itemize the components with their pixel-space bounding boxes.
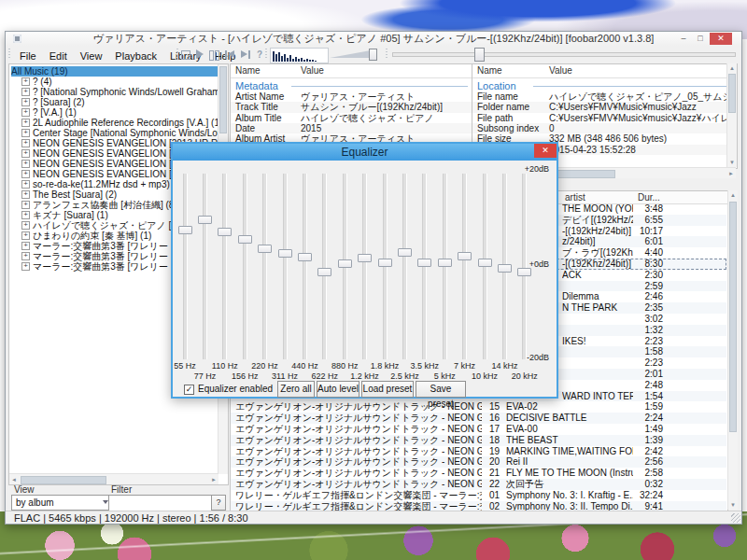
album-list-horizontal-scrollbar[interactable]: ◄ ► — [9, 473, 218, 484]
zero-all-button[interactable]: Zero all — [277, 381, 315, 398]
expand-icon[interactable]: + — [21, 201, 30, 209]
eq-slider-handle[interactable] — [238, 235, 252, 244]
playlist-row[interactable]: エヴァンゲリオン-オリジナルサウンドトラック - NEON GENESIS EV… — [231, 413, 726, 424]
eq-slider-track[interactable] — [243, 174, 247, 359]
location-header[interactable]: Name Value — [472, 64, 737, 78]
expand-icon[interactable]: + — [21, 231, 30, 240]
volume-slider[interactable] — [328, 48, 382, 60]
column-title-artist[interactable]: artist — [565, 191, 585, 203]
playlist-row[interactable]: エヴァンゲリオン-オリジナルサウンドトラック - NEON GENESIS EV… — [231, 401, 726, 413]
tree-item[interactable]: +2L Audiophile Reference Recordings [V.A… — [11, 118, 218, 128]
playlist-row[interactable]: エヴァンゲリオン-オリジナルサウンドトラック - NEON GENESIS EV… — [231, 446, 726, 457]
load-preset-button[interactable]: Load preset — [361, 381, 414, 398]
scroll-up-icon[interactable]: ▲ — [728, 190, 738, 200]
scrollbar-thumb[interactable] — [21, 476, 106, 484]
eq-slider-handle[interactable] — [358, 254, 372, 262]
equalizer-title-bar[interactable]: Equalizer — [173, 144, 557, 161]
eq-slider-handle[interactable] — [198, 216, 212, 224]
expand-icon[interactable]: + — [21, 129, 30, 137]
scroll-left-icon[interactable]: ◄ — [9, 475, 19, 484]
tree-item[interactable]: +? [National Symphonic Winds/Lowell Grah… — [11, 87, 218, 97]
play-icon[interactable] — [196, 49, 204, 59]
expand-icon[interactable]: + — [21, 252, 30, 260]
playlist-row[interactable]: エヴァンゲリオン-オリジナルサウンドトラック - NEON GENESIS EV… — [231, 456, 726, 468]
eq-slider-handle[interactable] — [278, 249, 292, 258]
stop-icon[interactable] — [181, 50, 190, 60]
scroll-down-icon[interactable]: ▼ — [727, 158, 737, 167]
expand-icon[interactable]: + — [21, 98, 30, 106]
tree-item[interactable]: +? [Suara] (2) — [11, 97, 218, 107]
menu-playback[interactable]: Playback — [108, 49, 163, 63]
toolbar-grip[interactable] — [176, 49, 178, 59]
equalizer-enabled-checkbox[interactable]: ✓ — [184, 385, 194, 395]
playlist-row[interactable]: エヴァンゲリオン-オリジナルサウンドトラック - NEON GENESIS EV… — [231, 424, 726, 435]
scrollbar-thumb[interactable] — [728, 74, 736, 113]
eq-slider-track[interactable] — [222, 174, 227, 359]
eq-slider-track[interactable] — [422, 174, 427, 359]
eq-slider-handle[interactable] — [178, 226, 192, 234]
expand-icon[interactable]: + — [21, 160, 30, 168]
scroll-right-icon[interactable]: ► — [209, 475, 218, 484]
eq-slider-track[interactable] — [322, 174, 327, 359]
playlist-vertical-scrollbar[interactable]: ▲ ▼ — [727, 190, 738, 510]
eq-slider-handle[interactable] — [458, 252, 472, 260]
spectrum-visualizer[interactable] — [270, 48, 329, 63]
eq-slider-handle[interactable] — [258, 245, 272, 253]
scroll-right-icon[interactable]: ► — [726, 169, 736, 178]
scroll-up-icon[interactable]: ▲ — [727, 63, 737, 73]
next-icon[interactable] — [241, 49, 251, 60]
seek-bar[interactable] — [390, 48, 738, 60]
eq-slider-track[interactable] — [303, 174, 307, 359]
eq-slider-handle[interactable] — [398, 248, 412, 257]
eq-slider-handle[interactable] — [498, 264, 512, 273]
scroll-down-icon[interactable]: ▼ — [728, 500, 738, 510]
maximize-button[interactable]: □ — [693, 33, 708, 45]
column-name[interactable]: Name — [235, 64, 261, 77]
column-name[interactable]: Name — [477, 64, 502, 77]
expand-icon[interactable]: + — [21, 180, 30, 189]
volume-handle[interactable] — [369, 49, 377, 61]
menu-view[interactable]: View — [74, 49, 109, 63]
eq-slider-track[interactable] — [203, 174, 207, 359]
location-vertical-scrollbar[interactable]: ▲ ▼ — [726, 63, 737, 167]
save-preset-button[interactable]: Save preset — [416, 381, 466, 398]
scrollbar-thumb[interactable] — [729, 202, 737, 432]
playlist-row[interactable]: エヴァンゲリオン-オリジナルサウンドトラック - NEON GENESIS EV… — [231, 435, 726, 446]
expand-icon[interactable]: + — [21, 242, 30, 250]
eq-slider-track[interactable] — [443, 174, 447, 359]
eq-slider-track[interactable] — [283, 174, 288, 359]
tree-item[interactable]: All Music (19) — [11, 66, 218, 77]
expand-icon[interactable]: + — [21, 119, 30, 127]
eq-slider-handle[interactable] — [298, 253, 312, 261]
expand-icon[interactable]: + — [21, 221, 30, 230]
minimize-button[interactable]: – — [676, 33, 691, 45]
eq-slider-handle[interactable] — [338, 259, 352, 268]
playlist-row[interactable]: ワレリー・ゲルギエフ指揮&ロンドン交響楽団 - マーラー:交響曲第3番01Sym… — [231, 490, 726, 501]
metadata-header[interactable]: Name Value — [231, 64, 472, 78]
tree-item[interactable]: +? [V.A.] (1) — [11, 107, 218, 118]
expand-icon[interactable]: + — [21, 149, 30, 158]
toolbar-grip[interactable] — [8, 49, 10, 59]
eq-slider-track[interactable] — [483, 174, 487, 359]
expand-icon[interactable]: + — [21, 108, 30, 117]
equalizer-close-button[interactable]: ✕ — [534, 144, 557, 158]
column-value[interactable]: Value — [301, 64, 324, 77]
eq-slider-track[interactable] — [522, 174, 527, 359]
eq-slider-handle[interactable] — [317, 268, 331, 276]
title-bar[interactable]: ヴァリアス・アーティスト - [ハイレゾで聴くジャズ・ピアノ #05] サムシン… — [6, 32, 741, 46]
playlist-row[interactable]: ワレリー・ゲルギエフ指揮&ロンドン交響楽団 - マーラー:交響曲第3番02Sym… — [231, 501, 726, 511]
eq-slider-track[interactable] — [362, 174, 367, 359]
expand-icon[interactable]: + — [21, 88, 30, 96]
pause-icon[interactable] — [209, 49, 219, 60]
eq-slider-handle[interactable] — [438, 259, 452, 267]
playlist-row[interactable]: エヴァンゲリオン-オリジナルサウンドトラック - NEON GENESIS EV… — [231, 468, 726, 479]
eq-slider-handle[interactable] — [218, 228, 232, 236]
eq-slider-handle[interactable] — [478, 259, 492, 267]
close-button[interactable]: ✕ — [710, 33, 732, 45]
eq-slider-handle[interactable] — [417, 259, 431, 267]
column-duration[interactable]: Dur... — [638, 191, 660, 203]
view-mode-select[interactable]: by album — [11, 495, 112, 511]
toolbar-grip[interactable] — [386, 49, 388, 59]
eq-slider-track[interactable] — [383, 174, 388, 359]
auto-level-button[interactable]: Auto level — [317, 381, 359, 398]
